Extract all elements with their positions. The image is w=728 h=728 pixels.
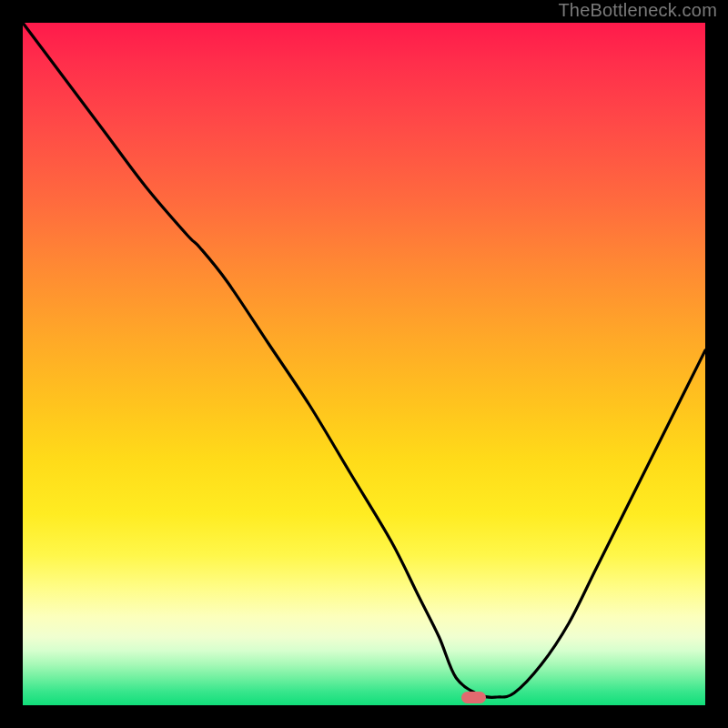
plot-area [23,23,705,705]
watermark-text: TheBottleneck.com [558,0,717,21]
curve-svg [23,23,705,705]
bottleneck-curve [23,23,705,697]
outer-frame: TheBottleneck.com [0,0,728,728]
optimal-point-marker [461,692,486,703]
